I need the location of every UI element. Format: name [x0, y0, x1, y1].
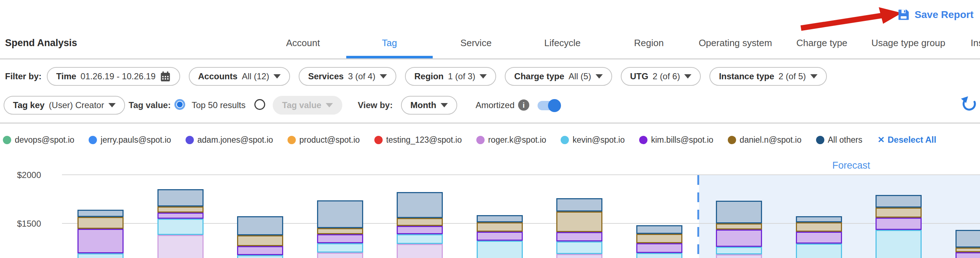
filter-pill-utg[interactable]: UTG2 (of 6): [621, 67, 701, 86]
legend-item[interactable]: daniel.n@spot.io: [728, 135, 802, 145]
bar-segment-roger-k-spot-io[interactable]: [716, 255, 762, 258]
bar-segment-daniel-n-spot-io[interactable]: [317, 228, 363, 234]
amortized-toggle[interactable]: [538, 101, 560, 110]
bar-segment-kim-bills-spot-io[interactable]: [78, 229, 124, 253]
bar-segment-kim-bills-spot-io[interactable]: [796, 232, 842, 244]
bar-segment-daniel-n-spot-io[interactable]: [78, 217, 124, 229]
bar-segment-all-others[interactable]: [397, 192, 443, 218]
tab-usage-type-group[interactable]: Usage type group: [865, 35, 951, 58]
bar-segment-kevin-spot-io[interactable]: [477, 241, 523, 258]
filter-pill-region[interactable]: Region1 (of 3): [405, 67, 496, 86]
tab-label: Operating system: [698, 37, 772, 49]
bar-segment-kevin-spot-io[interactable]: [556, 241, 602, 254]
legend-dot-icon: [728, 136, 736, 144]
legend-label: kevin@spot.io: [573, 135, 625, 145]
bar-segment-kevin-spot-io[interactable]: [716, 247, 762, 255]
bar-segment-all-others[interactable]: [796, 216, 842, 222]
tab-region[interactable]: Region: [606, 35, 692, 58]
bar-segment-all-others[interactable]: [716, 201, 762, 223]
bar-segment-daniel-n-spot-io[interactable]: [237, 235, 283, 246]
bar-segment-kim-bills-spot-io[interactable]: [956, 252, 980, 258]
legend-label: jerry.pauls@spot.io: [100, 135, 171, 145]
bar-segment-daniel-n-spot-io[interactable]: [158, 207, 204, 213]
filter-pill-instance-type[interactable]: Instance type2 (of 5): [710, 67, 827, 86]
bar-segment-kim-bills-spot-io[interactable]: [237, 246, 283, 255]
bar-segment-kevin-spot-io[interactable]: [875, 230, 922, 258]
bar-segment-daniel-n-spot-io[interactable]: [716, 223, 762, 229]
bar-segment-daniel-n-spot-io[interactable]: [477, 222, 523, 232]
bar-segment-kim-bills-spot-io[interactable]: [477, 232, 523, 241]
radio-tag-value[interactable]: [255, 99, 265, 110]
bar-segment-all-others[interactable]: [317, 200, 363, 228]
bar-segment-all-others[interactable]: [158, 189, 204, 207]
tab-operating-system[interactable]: Operating system: [692, 35, 779, 58]
legend-item[interactable]: kevin@spot.io: [561, 135, 625, 145]
bar-segment-all-others[interactable]: [636, 225, 682, 234]
tab-account[interactable]: Account: [260, 35, 346, 58]
legend-item[interactable]: All others: [816, 135, 862, 145]
save-report-button[interactable]: Save Report: [897, 8, 974, 22]
bar-segment-daniel-n-spot-io[interactable]: [397, 218, 443, 226]
bar-segment-kim-bills-spot-io[interactable]: [158, 213, 204, 219]
bar-segment-kim-bills-spot-io[interactable]: [317, 234, 363, 243]
tag-key-dropdown[interactable]: Tag key (User) Creator: [3, 96, 125, 115]
bar-segment-kevin-spot-io[interactable]: [78, 253, 124, 258]
filter-pill-time[interactable]: Time 01.26.19 - 10.26.19: [47, 67, 180, 86]
bar-segment-all-others[interactable]: [237, 216, 283, 235]
filter-pill-charge-type[interactable]: Charge typeAll (5): [505, 67, 612, 86]
bar-segment-roger-k-spot-io[interactable]: [317, 253, 363, 258]
bar-segment-kim-bills-spot-io[interactable]: [397, 226, 443, 234]
bar-segment-daniel-n-spot-io[interactable]: [636, 234, 682, 243]
deselect-all-button[interactable]: ✕ Deselect All: [877, 135, 936, 145]
tab-inst[interactable]: Inst: [951, 35, 980, 58]
bar-segment-kevin-spot-io[interactable]: [397, 234, 443, 244]
bar-segment-kevin-spot-io[interactable]: [158, 219, 204, 235]
legend-item[interactable]: roger.k@spot.io: [476, 135, 546, 145]
pill-value: All (5): [568, 71, 591, 81]
info-icon[interactable]: i: [518, 99, 529, 111]
legend-item[interactable]: jerry.pauls@spot.io: [89, 135, 171, 145]
bar-segment-roger-k-spot-io[interactable]: [158, 235, 204, 258]
tab-label: Charge type: [796, 37, 847, 49]
forecast-label: Forecast: [832, 160, 870, 171]
radio-top-50-results[interactable]: [174, 99, 185, 110]
legend-item[interactable]: kim.bills@spot.io: [639, 135, 713, 145]
chevron-down-icon: [810, 74, 818, 78]
legend-item[interactable]: adam.jones@spot.io: [186, 135, 273, 145]
bar-segment-all-others[interactable]: [956, 230, 980, 248]
bar-segment-all-others[interactable]: [875, 195, 922, 207]
legend-item[interactable]: devops@spot.io: [3, 135, 74, 145]
bar-segment-kim-bills-spot-io[interactable]: [636, 243, 682, 253]
legend-item[interactable]: product@spot.io: [288, 135, 360, 145]
bar-segment-daniel-n-spot-io[interactable]: [796, 222, 842, 232]
bar-segment-kim-bills-spot-io[interactable]: [875, 218, 922, 230]
legend-item[interactable]: testing_123@spot.io: [374, 135, 462, 145]
reset-icon[interactable]: [960, 95, 978, 113]
bar-segment-all-others[interactable]: [477, 215, 523, 222]
bar-segment-all-others[interactable]: [556, 198, 602, 212]
tab-tag[interactable]: Tag: [346, 35, 433, 58]
view-by-dropdown[interactable]: Month: [401, 96, 457, 115]
bar-segment-daniel-n-spot-io[interactable]: [875, 207, 922, 218]
bar-segment-roger-k-spot-io[interactable]: [397, 244, 443, 258]
tab-service[interactable]: Service: [433, 35, 519, 58]
tab-label: Inst: [970, 37, 980, 49]
bar-segment-kevin-spot-io[interactable]: [796, 244, 842, 258]
tab-lifecycle[interactable]: Lifecycle: [519, 35, 606, 58]
filter-pill-accounts[interactable]: AccountsAll (12): [189, 67, 290, 86]
bar-segment-daniel-n-spot-io[interactable]: [956, 248, 980, 252]
tag-value-pill-label: Tag value: [282, 100, 321, 110]
tag-value-dropdown-disabled[interactable]: Tag value: [273, 96, 342, 115]
bar-segment-kevin-spot-io[interactable]: [317, 243, 363, 253]
bar-segment-all-others[interactable]: [78, 210, 124, 217]
bar-segment-kim-bills-spot-io[interactable]: [556, 232, 602, 241]
bar-segment-daniel-n-spot-io[interactable]: [556, 212, 602, 232]
spend-chart: $2000 $1500 Forecast: [0, 151, 980, 258]
filter-pill-services[interactable]: Services3 (of 4): [299, 67, 396, 86]
tab-charge-type[interactable]: Charge type: [779, 35, 865, 58]
bar-segment-roger-k-spot-io[interactable]: [556, 254, 602, 258]
bar-segment-kim-bills-spot-io[interactable]: [716, 229, 762, 247]
legend: devops@spot.iojerry.pauls@spot.ioadam.jo…: [3, 132, 936, 148]
bar-segment-kevin-spot-io[interactable]: [636, 253, 682, 258]
bar-segment-kevin-spot-io[interactable]: [237, 255, 283, 258]
